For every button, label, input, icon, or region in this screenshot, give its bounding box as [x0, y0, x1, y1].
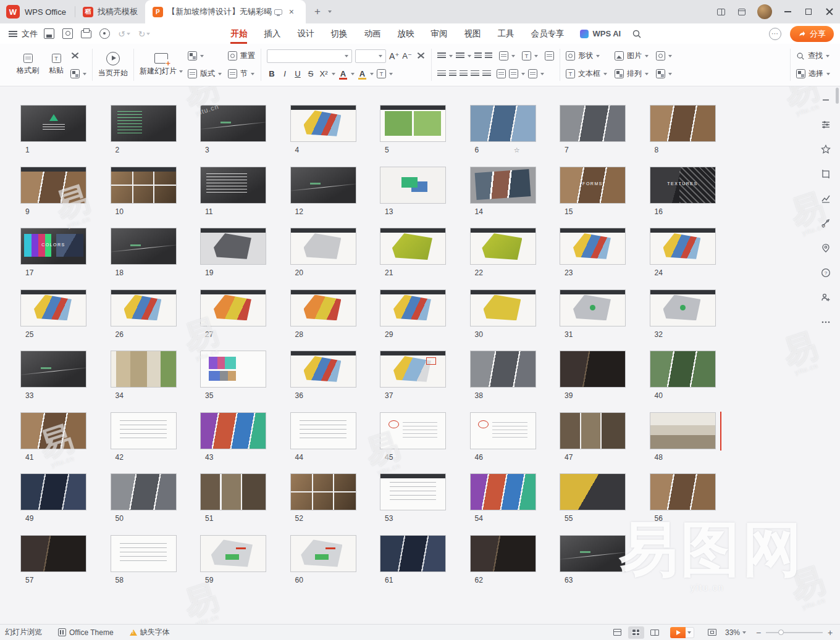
decrease-font-icon[interactable]: A⁻ [402, 51, 412, 60]
document-tab-active[interactable]: P 【新加坡缔博设计】无锡彩暍 × [145, 0, 306, 23]
tab-home[interactable]: 开始 [230, 23, 247, 44]
export-icon[interactable] [62, 28, 73, 39]
tab-slideshow[interactable]: 放映 [397, 23, 414, 44]
wps-ai-button[interactable]: WPS AI [580, 29, 621, 38]
slide-thumbnail-32[interactable] [650, 289, 716, 326]
align-center-icon[interactable] [449, 70, 456, 77]
slide-thumbnail-59[interactable] [200, 535, 266, 572]
app-box-icon[interactable] [731, 0, 752, 23]
slide-thumbnail-7[interactable] [560, 105, 626, 142]
slide-thumbnail-61[interactable] [380, 535, 446, 572]
paste-button[interactable]: 粘贴 [42, 48, 70, 82]
tab-view[interactable]: 视图 [464, 23, 481, 44]
slide-thumbnail-22[interactable] [470, 228, 536, 265]
slide-thumbnail-9[interactable] [20, 167, 86, 204]
slide-thumbnail-55[interactable] [560, 473, 626, 510]
new-slide-button[interactable]: 新建幻灯片 [140, 48, 183, 82]
slide-thumbnail-1[interactable] [20, 105, 86, 142]
slide-thumbnail-5[interactable] [380, 105, 446, 142]
slide-thumbnail-20[interactable] [290, 228, 356, 265]
missing-font-warning[interactable]: 缺失字体 [130, 627, 170, 638]
slide-thumbnail-19[interactable] [200, 228, 266, 265]
zoom-in-icon[interactable]: + [825, 628, 835, 638]
slide-thumbnail-21[interactable] [380, 228, 446, 265]
slide-thumbnail-31[interactable] [560, 289, 626, 326]
chart-icon[interactable] [817, 190, 834, 207]
slideshow-play-chevron-icon[interactable] [686, 627, 694, 638]
align-right-icon[interactable] [460, 70, 468, 77]
close-tab-icon[interactable]: × [285, 5, 298, 19]
slide-thumbnail-14[interactable] [470, 167, 536, 204]
print-icon[interactable] [81, 30, 91, 38]
slide-thumbnail-48[interactable] [650, 412, 716, 449]
slide-thumbnail-10[interactable] [111, 167, 177, 204]
highlight-color-button[interactable]: A [358, 69, 367, 78]
slide-thumbnail-24[interactable] [650, 228, 716, 265]
fit-to-window-icon[interactable] [708, 629, 716, 636]
share-button[interactable]: 分享 [790, 26, 834, 42]
slide-thumbnail-53[interactable] [380, 473, 446, 510]
print-preview-icon[interactable] [99, 28, 110, 39]
slide-thumbnail-12[interactable] [290, 167, 356, 204]
text-effect-icon[interactable] [377, 69, 386, 78]
help-icon[interactable]: ? [817, 264, 834, 281]
slide-thumbnail-49[interactable] [20, 473, 86, 510]
signature-icon[interactable] [817, 289, 834, 306]
navigation-icon[interactable] [817, 239, 834, 257]
save-icon[interactable] [44, 28, 54, 39]
slide-thumbnail-52[interactable] [290, 473, 356, 510]
superscript-button[interactable]: X² [319, 69, 329, 78]
shapes-button[interactable]: 形状 [566, 49, 607, 63]
slide-thumbnail-41[interactable] [20, 412, 86, 449]
slide-thumbnail-60[interactable] [290, 535, 356, 572]
tab-animations[interactable]: 动画 [364, 23, 380, 44]
reading-view-button[interactable] [647, 626, 663, 639]
slide-thumbnail-42[interactable] [111, 412, 177, 449]
slide-thumbnail-4[interactable] [290, 105, 356, 142]
strikethrough-button[interactable]: S [306, 69, 316, 78]
slide-thumbnail-58[interactable] [111, 535, 177, 572]
format-painter-button[interactable]: 格式刷 [14, 48, 42, 82]
slide-thumbnail-6[interactable] [470, 105, 536, 142]
align-left-icon[interactable] [437, 70, 446, 77]
tab-design[interactable]: 设计 [297, 23, 314, 44]
columns-icon[interactable] [497, 69, 506, 78]
arrange-button[interactable]: 排列 [615, 67, 649, 81]
underline-button[interactable]: U [293, 69, 303, 78]
increase-indent-icon[interactable] [485, 52, 492, 59]
slideshow-play-button[interactable] [670, 627, 686, 638]
search-icon[interactable] [632, 29, 642, 39]
slide-thumbnail-56[interactable] [650, 473, 716, 510]
fill-color-button[interactable] [656, 49, 672, 63]
paragraph-spacing-icon[interactable] [528, 69, 537, 78]
settings-sliders-icon[interactable] [817, 116, 834, 133]
slide-thumbnail-8[interactable] [650, 105, 716, 142]
slide-thumbnail-16[interactable]: TEXTURES [650, 167, 716, 204]
slide-thumbnail-45[interactable] [380, 412, 446, 449]
slide-layout-gallery-button[interactable] [188, 49, 222, 63]
textbox-button[interactable]: 文本框 [566, 67, 607, 81]
italic-button[interactable]: I [280, 69, 290, 78]
tab-transitions[interactable]: 切换 [330, 23, 347, 44]
slide-thumbnail-27[interactable] [200, 289, 266, 326]
zoom-slider[interactable] [766, 632, 823, 633]
menu-icon[interactable] [9, 31, 17, 37]
close-button[interactable] [819, 0, 840, 23]
slide-thumbnail-23[interactable] [560, 228, 626, 265]
font-name-select[interactable] [267, 49, 352, 63]
vertical-scrollbar[interactable] [836, 88, 839, 104]
cut-button[interactable] [70, 49, 86, 63]
paragraph-layout-icon[interactable] [499, 51, 508, 60]
file-menu[interactable]: 文件 [22, 28, 38, 39]
text-direction-icon[interactable] [522, 51, 531, 60]
more-ellipsis-icon[interactable] [817, 314, 834, 331]
document-tab-home[interactable]: 稻 找稿壳模板 [75, 0, 145, 23]
clear-format-icon[interactable] [416, 51, 426, 60]
minimize-button[interactable] [777, 0, 798, 23]
slide-thumbnail-3[interactable] [200, 105, 266, 142]
slide-thumbnail-28[interactable] [290, 289, 356, 326]
zoom-out-icon[interactable]: − [754, 628, 763, 638]
normal-view-button[interactable] [610, 626, 626, 639]
tab-member[interactable]: 会员专享 [531, 23, 564, 44]
slide-thumbnail-43[interactable] [200, 412, 266, 449]
